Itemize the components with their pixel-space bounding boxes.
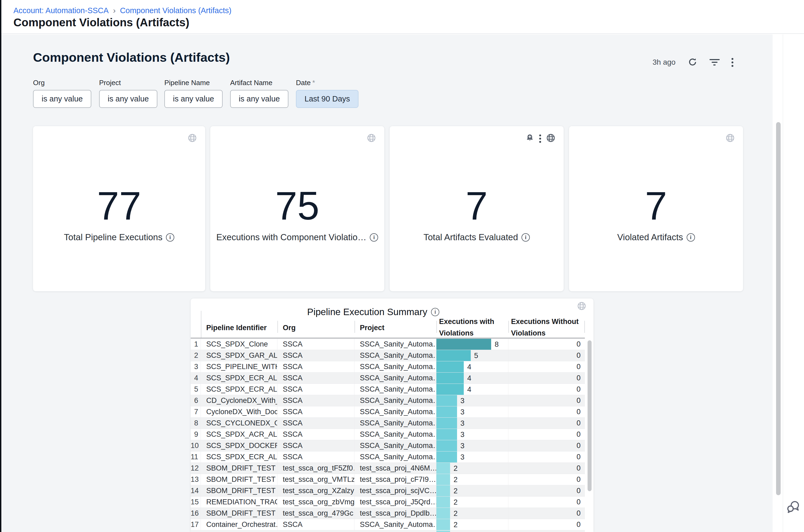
- tile-label: Violated Artifacts: [617, 232, 683, 242]
- tile-executions-with-violations: 75 Executions with Component Violatio…: [210, 126, 384, 291]
- cell-pipeline-identifier: SCS_SPDX_ECR_ALL_…: [201, 373, 277, 384]
- row-index: 8: [191, 418, 201, 429]
- table-row[interactable]: 11 SCS_SPDX_ECR_ALL_… SSCA SSCA_Sanity_A…: [191, 451, 585, 462]
- violations-value: 5: [474, 350, 478, 361]
- alert-bell-icon[interactable]: [525, 133, 535, 144]
- pipeline-execution-summary-panel: Pipeline Execution Summary Pipeline Iden…: [191, 299, 594, 532]
- table-row[interactable]: 14 SBOM_DRIFT_TEST test_ssca_org_XZalzy……: [191, 485, 585, 496]
- filter-artifact-name-value[interactable]: is any value: [230, 90, 288, 108]
- dashboard-more-button[interactable]: [731, 58, 733, 67]
- cell-executions-with-violations: 3: [436, 429, 508, 440]
- col-header-org[interactable]: Org: [283, 324, 296, 332]
- row-index: 6: [191, 395, 201, 406]
- info-icon[interactable]: [431, 308, 439, 316]
- violations-value: 2: [453, 508, 457, 519]
- cell-project: SSCA_Sanity_Automa…: [354, 418, 436, 429]
- table-row[interactable]: 15 REMEDIATION_TRAC… test_ssca_org_zbVmg…: [191, 496, 585, 508]
- table-row[interactable]: 7 CycloneDX_With_Doc… SSCA SSCA_Sanity_A…: [191, 406, 585, 417]
- globe-icon[interactable]: [577, 301, 586, 312]
- cell-project: SSCA_Sanity_Automa…: [354, 440, 436, 451]
- table-row[interactable]: 9 SCS_SPDX_ACR_ALL… SSCA SSCA_Sanity_Aut…: [191, 429, 585, 440]
- table-row[interactable]: 16 SBOM_DRIFT_TEST test_ssca_org_479Gc… …: [191, 508, 585, 519]
- cell-executions-without-violations: 0: [508, 373, 585, 384]
- row-index: 17: [191, 519, 201, 530]
- col-header-executions-without-violations[interactable]: Executions Without: [511, 318, 579, 326]
- cell-org: test_ssca_org_zbVmg…: [277, 497, 354, 508]
- filter-pipeline-name-label: Pipeline Name: [164, 79, 223, 88]
- violations-bar: [436, 395, 457, 406]
- table-scrollbar[interactable]: [587, 340, 592, 491]
- cell-executions-without-violations: 0: [508, 440, 585, 451]
- violations-bar: [436, 429, 457, 440]
- filter-project-value[interactable]: is any value: [99, 90, 157, 108]
- cell-pipeline-identifier: SCS_SPDX_ECR_ALL_…: [201, 452, 277, 462]
- table-row[interactable]: 10 SCS_SPDX_DOCKER_… SSCA SSCA_Sanity_Au…: [191, 440, 585, 451]
- refresh-button[interactable]: [688, 57, 698, 68]
- required-asterisk: *: [312, 79, 315, 87]
- violations-value: 4: [467, 373, 471, 384]
- cell-org: SSCA: [277, 418, 354, 429]
- table-row[interactable]: 1 SCS_SPDX_Clone SSCA SSCA_Sanity_Automa…: [191, 339, 585, 350]
- info-icon[interactable]: [166, 233, 174, 242]
- col-header-project[interactable]: Project: [360, 324, 385, 332]
- violations-bar: [436, 384, 464, 395]
- filter-org: Org is any value: [33, 79, 91, 108]
- filter-date-value[interactable]: Last 90 Days: [296, 90, 358, 108]
- info-icon[interactable]: [370, 233, 378, 242]
- column-divider: [201, 311, 201, 338]
- table-row[interactable]: 13 SBOM_DRIFT_TEST test_ssca_org_VMTLz… …: [191, 474, 585, 485]
- row-index: 16: [191, 508, 201, 519]
- column-divider: [436, 321, 437, 333]
- cell-executions-without-violations: 0: [508, 395, 585, 406]
- cell-pipeline-identifier: SCS_SPDX_ACR_ALL…: [201, 429, 277, 440]
- col-header-executions-with-violations[interactable]: Executions with: [439, 318, 494, 326]
- table-row[interactable]: 12 SBOM_DRIFT_TEST test_ssca_org_tF5Zf0……: [191, 462, 585, 474]
- violations-value: 2: [453, 463, 457, 474]
- table-row[interactable]: 3 SCS_PIPELINE_WITH… SSCA SSCA_Sanity_Au…: [191, 361, 585, 372]
- filter-artifact-name-label: Artifact Name: [230, 79, 288, 88]
- globe-icon[interactable]: [546, 133, 556, 144]
- row-index: 5: [191, 384, 201, 395]
- info-icon[interactable]: [522, 233, 530, 242]
- globe-icon[interactable]: [725, 133, 735, 144]
- filter-lines-icon: [709, 59, 720, 65]
- tile-value: 7: [569, 186, 743, 226]
- breadcrumb-current-link[interactable]: Component Violations (Artifacts): [120, 6, 231, 15]
- table-row[interactable]: 4 SCS_SPDX_ECR_ALL_… SSCA SSCA_Sanity_Au…: [191, 372, 585, 384]
- table-row[interactable]: 8 SCS_CYCLONEDX_GA… SSCA SSCA_Sanity_Aut…: [191, 417, 585, 429]
- col-header-executions-without-violations-line2[interactable]: Violations: [511, 329, 546, 337]
- globe-icon[interactable]: [187, 133, 197, 144]
- cell-pipeline-identifier: SBOM_DRIFT_TEST: [201, 474, 277, 485]
- cell-project: SSCA_Sanity_Automa…: [354, 395, 436, 406]
- violations-bar: [436, 497, 450, 508]
- cell-executions-with-violations: 5: [436, 350, 508, 361]
- violations-bar: [436, 350, 471, 361]
- violations-value: 3: [461, 440, 465, 451]
- help-chat-icon[interactable]: [786, 500, 800, 515]
- tile-label: Executions with Component Violatio…: [217, 232, 367, 242]
- row-index: 14: [191, 485, 201, 496]
- table-row[interactable]: 17 Container_Orchestrat… SSCA SSCA_Sanit…: [191, 519, 585, 530]
- col-header-executions-with-violations-line2[interactable]: Violations: [439, 329, 474, 337]
- cell-executions-without-violations: 0: [508, 339, 585, 350]
- globe-icon[interactable]: [367, 133, 376, 144]
- table-row[interactable]: 2 SCS_SPDX_GAR_ALL… SSCA SSCA_Sanity_Aut…: [191, 350, 585, 361]
- filter-org-value[interactable]: is any value: [33, 90, 91, 108]
- cell-executions-with-violations: 2: [436, 519, 508, 530]
- cell-executions-without-violations: 0: [508, 463, 585, 474]
- filter-pipeline-name-value[interactable]: is any value: [164, 90, 223, 108]
- info-icon[interactable]: [687, 233, 695, 242]
- breadcrumb-account-link[interactable]: Account: Automation-SSCA: [14, 6, 109, 15]
- violations-bar: [436, 361, 464, 372]
- table-row[interactable]: 6 CD_CycloneDX_With_… SSCA SSCA_Sanity_A…: [191, 395, 585, 406]
- row-index: 7: [191, 406, 201, 417]
- filters-button[interactable]: [709, 59, 720, 65]
- filter-org-label: Org: [33, 79, 91, 88]
- cell-project: SSCA_Sanity_Automa…: [354, 519, 436, 530]
- gutter-divider: [783, 34, 783, 532]
- tile-more-icon[interactable]: [539, 134, 541, 143]
- cell-pipeline-identifier: CycloneDX_With_Doc…: [201, 406, 277, 417]
- table-row[interactable]: 5 SCS_SPDX_ECR_ALL_… SSCA SSCA_Sanity_Au…: [191, 384, 585, 395]
- col-header-pipeline-identifier[interactable]: Pipeline Identifier: [206, 324, 267, 332]
- page-scrollbar[interactable]: [776, 122, 781, 495]
